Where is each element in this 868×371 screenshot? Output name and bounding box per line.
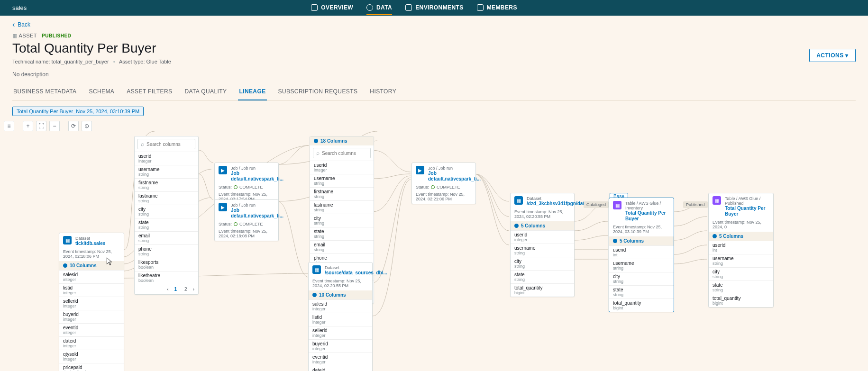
column-row[interactable]: statestring — [135, 218, 198, 231]
column-name: lastname — [138, 193, 194, 199]
column-row[interactable]: citystring — [310, 214, 374, 227]
column-row[interactable]: citystring — [709, 267, 773, 281]
actions-menu[interactable]: ACTIONS ▾ — [809, 49, 856, 62]
columns-toggle[interactable]: 10 Columns — [309, 290, 372, 299]
column-row[interactable]: usernamestring — [609, 259, 674, 272]
column-row[interactable]: usernamestring — [511, 244, 574, 257]
node-dataset-tickitdb-sales[interactable]: ▦ Dataset tickitdb.sales Event timestamp… — [59, 233, 124, 371]
column-row[interactable]: citystring — [135, 205, 198, 218]
column-row[interactable]: eventidinteger — [309, 353, 372, 366]
node-job-run-3[interactable]: ▶ Job / Job run Job default.nativespark_… — [411, 163, 476, 204]
node-name[interactable]: Job default.nativespark_ti... — [428, 171, 481, 182]
column-row[interactable]: usernamestring — [310, 174, 374, 187]
lineage-breadcrumb[interactable]: Total Quantity Per Buyer_Nov 25, 2024, 0… — [12, 107, 144, 116]
pager-next[interactable]: › — [193, 287, 194, 292]
node-users-columns[interactable]: useridintegerusernamestringfirstnamestri… — [134, 136, 199, 295]
column-row[interactable]: lastnamestring — [310, 200, 374, 214]
nav-data[interactable]: DATA — [366, 1, 392, 15]
column-row[interactable]: firstnamestring — [310, 187, 374, 200]
node-name[interactable]: Total Quantity Per Buyer — [725, 206, 769, 217]
column-row[interactable]: statestring — [609, 285, 674, 299]
column-row[interactable]: total_quantitybigint — [609, 299, 674, 312]
column-row[interactable]: usernamestring — [135, 165, 198, 178]
column-search[interactable] — [313, 148, 371, 158]
pager-page-2[interactable]: 2 — [183, 286, 189, 292]
columns-toggle[interactable]: 18 Columns — [310, 136, 374, 145]
tab-data-quality[interactable]: DATA QUALITY — [183, 88, 228, 100]
tab-history[interactable]: HISTORY — [369, 88, 397, 100]
columns-toggle[interactable]: 10 Columns — [59, 261, 124, 270]
node-table-base[interactable]: ▦ Table / AWS Glue / Inventory Total Qua… — [609, 198, 674, 312]
column-row[interactable]: useridint — [609, 245, 674, 259]
columns-toggle[interactable]: 5 Columns — [609, 236, 674, 245]
column-search-input[interactable] — [146, 142, 192, 147]
column-row[interactable]: lastnamestring — [135, 191, 198, 205]
column-row[interactable]: statestring — [511, 270, 574, 283]
node-name[interactable]: Job default.nativespark_ti... — [231, 171, 283, 182]
node-dataset-dzd[interactable]: ▦ Dataset /dzd_3kcbhsv341fpgn/dat... Eve… — [510, 193, 575, 297]
node-name[interactable]: /source/data_sources_db/... — [325, 270, 387, 276]
column-row[interactable]: phonestring — [135, 244, 198, 258]
column-row[interactable]: useridint — [709, 241, 773, 254]
column-pager: ‹ 1 2 › — [135, 284, 198, 294]
column-row[interactable]: citystring — [511, 257, 574, 270]
column-row[interactable]: buyeridinteger — [309, 339, 372, 353]
column-row[interactable]: likesportsboolean — [135, 258, 198, 271]
node-dataset-source[interactable]: ▦ Dataset /source/data_sources_db/... Ev… — [308, 262, 373, 371]
tab-subscription-requests[interactable]: SUBSCRIPTION REQUESTS — [277, 88, 359, 100]
column-row[interactable]: total_quantitybigint — [709, 294, 773, 307]
column-row[interactable]: dateidinteger — [309, 366, 372, 371]
node-name[interactable]: tickitdb.sales — [75, 241, 105, 246]
column-search[interactable] — [137, 139, 195, 149]
column-search-input[interactable] — [322, 151, 367, 156]
node-job-run-1[interactable]: ▶ Job / Job run Job default.nativespark_… — [214, 163, 279, 204]
column-row[interactable]: emailstring — [310, 240, 374, 253]
nav-overview[interactable]: OVERVIEW — [311, 1, 353, 15]
column-row[interactable]: salesidinteger — [59, 270, 124, 283]
node-name[interactable]: Total Quantity Per Buyer — [625, 210, 670, 222]
columns-toggle[interactable]: 5 Columns — [709, 232, 773, 241]
pager-page-1[interactable]: 1 — [173, 286, 179, 292]
column-row[interactable]: firstnamestring — [135, 178, 198, 191]
column-row[interactable]: selleridinteger — [59, 297, 124, 310]
column-row[interactable]: pricepaiddecimal(8,2) — [59, 363, 124, 371]
column-row[interactable]: selleridinteger — [309, 326, 372, 339]
column-row[interactable]: total_quantitybigint — [511, 283, 574, 297]
pager-prev[interactable]: ‹ — [167, 287, 168, 292]
back-link[interactable]: Back — [12, 20, 856, 29]
node-table-published[interactable]: ▦ Table / AWS Glue / Published Total Qua… — [708, 193, 774, 308]
column-row[interactable]: listidinteger — [309, 313, 372, 326]
column-name: listid — [312, 315, 368, 320]
columns-toggle[interactable]: 5 Columns — [511, 221, 574, 230]
column-row[interactable]: useridinteger — [511, 230, 574, 244]
column-row[interactable]: emailstring — [135, 231, 198, 244]
node-job-run-2[interactable]: ▶ Job / Job run Job default.nativespark_… — [214, 199, 279, 241]
nav-environments[interactable]: ENVIRONMENTS — [405, 1, 463, 15]
lineage-canvas[interactable]: ▦ Dataset tickitdb.sales Event timestamp… — [12, 117, 856, 371]
column-type: integer — [63, 317, 120, 322]
column-row[interactable]: qtysoldinteger — [59, 350, 124, 363]
column-row[interactable]: usernamestring — [709, 254, 773, 267]
column-row[interactable]: eventidinteger — [59, 323, 124, 336]
tab-business-metadata[interactable]: BUSINESS METADATA — [12, 88, 78, 100]
column-row[interactable]: salesidinteger — [309, 299, 372, 313]
column-row[interactable]: liketheatreboolean — [135, 271, 198, 284]
tab-schema[interactable]: SCHEMA — [88, 88, 116, 100]
column-row[interactable]: statestring — [709, 281, 773, 294]
nav-members[interactable]: MEMBERS — [477, 1, 517, 15]
node-timestamp: Event timestamp: Nov 25, 2024, 03:10:39 … — [609, 225, 674, 236]
node-name[interactable]: Job default.nativespark_ti... — [231, 208, 283, 219]
column-row[interactable]: citystring — [609, 272, 674, 285]
column-row[interactable]: statestring — [310, 227, 374, 240]
tab-lineage[interactable]: LINEAGE — [238, 88, 266, 100]
column-row[interactable]: dateidinteger — [59, 336, 124, 350]
column-row[interactable]: buyeridinteger — [59, 310, 124, 323]
actions-button[interactable]: ACTIONS ▾ — [809, 49, 856, 62]
column-name: userid — [138, 154, 194, 159]
column-row[interactable]: listidinteger — [59, 283, 124, 297]
column-row[interactable]: useridinteger — [135, 152, 198, 165]
node-name[interactable]: /dzd_3kcbhsv341fpgn/dat... — [527, 201, 588, 207]
tab-asset-filters[interactable]: ASSET FILTERS — [126, 88, 173, 100]
column-row[interactable]: useridinteger — [310, 161, 374, 174]
column-type: string — [713, 274, 769, 279]
